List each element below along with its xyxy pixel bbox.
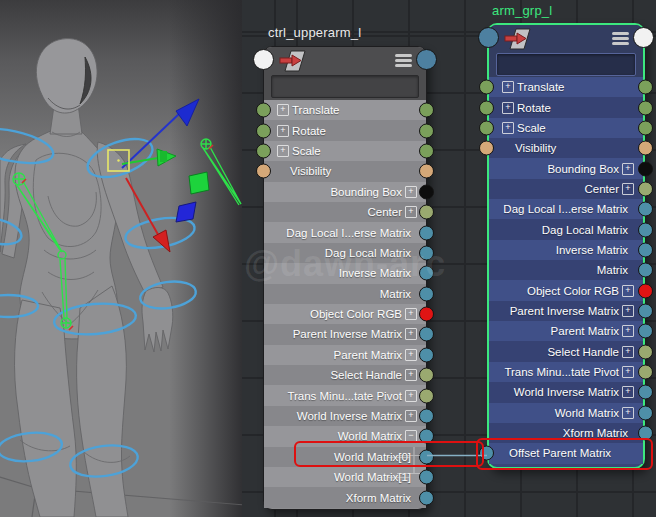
attribute-row[interactable]: Parent Matrix+: [489, 321, 643, 341]
attribute-row[interactable]: +Translate: [489, 77, 643, 97]
input-port[interactable]: [256, 164, 271, 179]
node-ctrl-upperarm-l[interactable]: +Translate+Rotate+ScaleVisibilityBoundin…: [263, 46, 427, 510]
expand-toggle-icon[interactable]: +: [405, 390, 417, 402]
node-arm-grp-l[interactable]: +Translate+Rotate+ScaleVisibilityBoundin…: [487, 23, 645, 469]
output-port[interactable]: [419, 429, 434, 444]
output-port[interactable]: [638, 283, 653, 298]
attribute-row[interactable]: Visibility: [489, 138, 643, 158]
attribute-row[interactable]: Parent Inverse Matrix+: [264, 324, 426, 344]
output-port[interactable]: [419, 103, 434, 118]
output-port[interactable]: [419, 286, 434, 301]
attribute-row[interactable]: Xform Matrix: [489, 423, 643, 443]
header-input-port[interactable]: [253, 49, 274, 70]
output-port[interactable]: [419, 205, 434, 220]
attribute-row[interactable]: World Matrix+: [489, 403, 643, 423]
attribute-row[interactable]: Center+: [264, 202, 426, 222]
input-port[interactable]: [256, 143, 271, 158]
attribute-row[interactable]: Visibility: [264, 161, 426, 181]
hamburger-menu-icon[interactable]: [395, 54, 412, 67]
expand-toggle-icon[interactable]: +: [405, 410, 417, 422]
attribute-row[interactable]: World Inverse Matrix+: [264, 406, 426, 426]
output-port[interactable]: [638, 80, 653, 95]
attribute-row[interactable]: Dag Local I...erse Matrix: [489, 199, 643, 219]
expand-toggle-icon[interactable]: +: [502, 102, 514, 114]
output-port[interactable]: [638, 303, 653, 318]
output-port[interactable]: [419, 368, 434, 383]
output-port[interactable]: [638, 181, 653, 196]
input-port[interactable]: [479, 141, 494, 156]
output-port[interactable]: [638, 161, 653, 176]
input-port[interactable]: [479, 80, 494, 95]
attribute-row[interactable]: Select Handle+: [489, 341, 643, 361]
output-port[interactable]: [419, 123, 434, 138]
attribute-row[interactable]: +Scale: [489, 118, 643, 138]
attribute-row[interactable]: Xform Matrix: [264, 487, 426, 507]
attribute-row[interactable]: Trans Minu...tate Pivot+: [489, 362, 643, 382]
node-header[interactable]: [264, 47, 426, 74]
output-port[interactable]: [419, 449, 434, 464]
output-port[interactable]: [638, 100, 653, 115]
expand-toggle-icon[interactable]: +: [622, 386, 634, 398]
attribute-row[interactable]: Bounding Box+: [264, 182, 426, 202]
output-port[interactable]: [638, 405, 653, 420]
attribute-row[interactable]: Parent Inverse Matrix+: [489, 301, 643, 321]
hamburger-menu-icon[interactable]: [612, 32, 629, 45]
input-port[interactable]: [479, 120, 494, 135]
attribute-row[interactable]: Trans Minu...tate Pivot+: [264, 385, 426, 405]
output-port[interactable]: [419, 184, 434, 199]
header-output-port[interactable]: [633, 27, 654, 48]
attribute-row[interactable]: World Matrix−: [264, 426, 426, 446]
header-output-port[interactable]: [416, 49, 437, 70]
output-port[interactable]: [638, 324, 653, 339]
output-port[interactable]: [419, 245, 434, 260]
attribute-row[interactable]: +Scale: [264, 141, 426, 161]
viewport-panel[interactable]: [0, 0, 242, 517]
attribute-row[interactable]: Object Color RGB+: [489, 280, 643, 300]
output-port[interactable]: [419, 164, 434, 179]
expand-toggle-icon[interactable]: +: [622, 285, 634, 297]
attribute-row[interactable]: +Rotate: [264, 120, 426, 140]
output-port[interactable]: [419, 470, 434, 485]
output-port[interactable]: [419, 327, 434, 342]
expand-toggle-icon[interactable]: +: [405, 349, 417, 361]
expand-toggle-icon[interactable]: +: [405, 369, 417, 381]
attribute-row[interactable]: Dag Local I...erse Matrix: [264, 222, 426, 242]
expand-toggle-icon[interactable]: +: [405, 308, 417, 320]
attribute-row[interactable]: Select Handle+: [264, 365, 426, 385]
output-port[interactable]: [419, 225, 434, 240]
attribute-row[interactable]: +Translate: [264, 100, 426, 120]
attribute-row[interactable]: Offset Parent Matrix: [489, 443, 643, 463]
output-port[interactable]: [419, 347, 434, 362]
output-port[interactable]: [638, 263, 653, 278]
attribute-row[interactable]: World Matrix[0]: [264, 447, 426, 467]
attribute-row[interactable]: +Rotate: [489, 97, 643, 117]
attribute-row[interactable]: World Inverse Matrix+: [489, 382, 643, 402]
node-header[interactable]: [489, 25, 643, 52]
expand-toggle-icon[interactable]: +: [277, 145, 289, 157]
output-port[interactable]: [638, 242, 653, 257]
input-port[interactable]: [256, 103, 271, 118]
output-port[interactable]: [419, 409, 434, 424]
input-port[interactable]: [479, 100, 494, 115]
output-port[interactable]: [638, 202, 653, 217]
expand-toggle-icon[interactable]: +: [622, 366, 634, 378]
attribute-row[interactable]: Inverse Matrix: [489, 240, 643, 260]
attribute-row[interactable]: Bounding Box+: [489, 158, 643, 178]
expand-toggle-icon[interactable]: +: [622, 407, 634, 419]
node-name-field[interactable]: [271, 75, 419, 98]
attribute-row[interactable]: Inverse Matrix: [264, 263, 426, 283]
input-port[interactable]: [479, 446, 494, 461]
expand-toggle-icon[interactable]: +: [405, 186, 417, 198]
attribute-row[interactable]: Parent Matrix+: [264, 345, 426, 365]
output-port[interactable]: [638, 364, 653, 379]
node-editor-panel[interactable]: ctrl_upperarm_l +Translate+Rotate+ScaleV…: [242, 0, 656, 517]
attribute-row[interactable]: Dag Local Matrix: [264, 243, 426, 263]
output-port[interactable]: [419, 490, 434, 505]
header-input-port[interactable]: [478, 27, 499, 48]
expand-toggle-icon[interactable]: +: [277, 104, 289, 116]
output-port[interactable]: [419, 143, 434, 158]
expand-toggle-icon[interactable]: +: [622, 305, 634, 317]
expand-toggle-icon[interactable]: +: [622, 346, 634, 358]
output-port[interactable]: [419, 266, 434, 281]
node-name-field[interactable]: [496, 53, 636, 76]
